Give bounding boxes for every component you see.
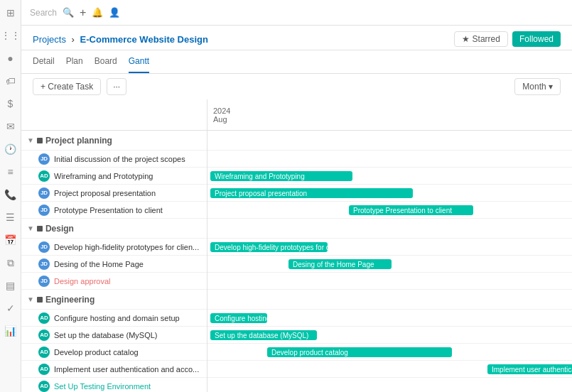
group-dot <box>37 138 43 143</box>
bell-icon[interactable]: 🔔 <box>92 7 103 18</box>
task-name-11: Implement user authentication and acco..… <box>54 365 199 374</box>
task-3[interactable]: JD Project proposal presentation <box>21 185 207 202</box>
group-project-planning[interactable]: ▼ Project planning <box>21 131 207 151</box>
task-name-8: Configure hosting and domain setup <box>54 314 180 322</box>
sidebar-icon-circle[interactable]: ● <box>4 51 18 65</box>
task-7[interactable]: JD Design approval <box>21 273 207 290</box>
page-header: Projects › E-Commerce Website Design ★ S… <box>21 26 572 50</box>
search-area: Search 🔍 + 🔔 👤 <box>30 6 120 19</box>
task-11[interactable]: AD Implement user authentication and acc… <box>21 361 207 378</box>
group-label: Project planning <box>45 136 112 146</box>
gantt-bar-6[interactable]: Desing of the Home Page <box>288 259 392 269</box>
gantt-bar-5[interactable]: Develop high-fidelity prototypes for cli… <box>210 242 328 252</box>
month-button[interactable]: Month ▾ <box>514 78 561 95</box>
gantt-bar-10[interactable]: Develop product catalog <box>267 347 452 357</box>
sidebar-icon-chart[interactable]: 📊 <box>4 324 18 338</box>
bar-label-2: Wireframing and Prototyping <box>215 173 305 180</box>
gantt-bar-8[interactable]: Configure hosting and d... <box>210 313 267 323</box>
topbar: Search 🔍 + 🔔 👤 <box>21 0 572 26</box>
bar-label-3: Project proposal presentation <box>215 190 307 197</box>
tl-date-header <box>21 99 207 131</box>
task-12[interactable]: AD Set Up Testing Environment <box>21 378 207 392</box>
breadcrumb-root[interactable]: Projects <box>33 34 66 45</box>
gantt-chart-area: 2024 Aug Wireframing and Prototyping <box>207 99 572 392</box>
search-icon[interactable]: 🔍 <box>63 7 74 18</box>
tab-plan[interactable]: Plan <box>66 50 83 73</box>
collapse-icon: ▼ <box>27 136 34 144</box>
gantt-bar-3[interactable]: Project proposal presentation <box>210 188 413 198</box>
gantt-bar-4[interactable]: Prototype Presentation to client <box>349 205 473 215</box>
bar-row-10[interactable]: Develop product catalog <box>207 344 572 361</box>
gantt-bar-2[interactable]: Wireframing and Prototyping <box>210 171 352 181</box>
sidebar-icon-mail[interactable]: ✉ <box>4 119 18 134</box>
task-2[interactable]: AD Wireframing and Prototyping <box>21 168 207 185</box>
task-4[interactable]: JD Prototype Presentation to client <box>21 202 207 219</box>
starred-button[interactable]: ★ Starred <box>454 31 508 47</box>
sidebar-icon-check[interactable]: ✓ <box>4 301 18 315</box>
star-icon: ★ <box>462 34 470 44</box>
gantt-bar-9[interactable]: Set up the database (MySQL) <box>210 330 317 340</box>
collapse-icon-design: ▼ <box>27 224 34 232</box>
bar-label-10: Develop product catalog <box>271 349 348 356</box>
tab-board[interactable]: Board <box>95 50 117 73</box>
group-dot-eng <box>37 297 43 303</box>
sidebar-icon-calendar[interactable]: 📅 <box>4 233 18 247</box>
task-8[interactable]: AD Configure hosting and domain setup <box>21 310 207 327</box>
bar-row-9[interactable]: Set up the database (MySQL) <box>207 327 572 344</box>
avatar-11: AD <box>38 364 50 375</box>
avatar-7: JD <box>38 276 50 287</box>
sidebar-icon-apps[interactable]: ⋮⋮ <box>4 28 18 43</box>
bar-row-8[interactable]: Configure hosting and d... <box>207 310 572 327</box>
task-name-10: Develop product catalog <box>54 348 139 356</box>
bar-group-row-planning <box>207 131 572 151</box>
sidebar-icon-phone[interactable]: 📞 <box>4 187 18 202</box>
sidebar-icon-dollar[interactable]: $ <box>4 97 18 111</box>
task-name-2: Wireframing and Prototyping <box>54 172 153 180</box>
search-label: Search <box>30 8 57 18</box>
create-task-button[interactable]: + Create Task <box>33 78 101 95</box>
bar-row-6[interactable]: Desing of the Home Page <box>207 256 572 273</box>
month-label: Month ▾ <box>522 82 553 92</box>
bar-row-3[interactable]: Project proposal presentation <box>207 185 572 202</box>
sidebar-icon-list[interactable]: ≡ <box>4 165 18 179</box>
sidebar-icon-layers[interactable]: ⧉ <box>4 256 18 270</box>
gantt-bar-11[interactable]: Implement user authentication and accoun… <box>487 364 572 374</box>
more-button[interactable]: ··· <box>107 78 126 95</box>
group-label-design: Design <box>45 224 74 234</box>
group-label-eng: Engineering <box>45 295 95 305</box>
task-name-9: Set up the database (MySQL) <box>54 331 158 339</box>
task-6[interactable]: JD Desing of the Home Page <box>21 256 207 273</box>
toolbar-left: + Create Task ··· <box>33 78 126 95</box>
group-dot-design <box>37 226 43 232</box>
bar-label-9: Set up the database (MySQL) <box>215 332 308 339</box>
sidebar-icon-tag[interactable]: 🏷 <box>4 74 18 88</box>
group-engineering[interactable]: ▼ Engineering <box>21 290 207 310</box>
sidebar-icon-list2[interactable]: ▤ <box>4 278 18 293</box>
bar-row-2[interactable]: Wireframing and Prototyping <box>207 168 572 185</box>
bar-row-4[interactable]: Prototype Presentation to client <box>207 202 572 219</box>
bar-row-11[interactable]: Implement user authentication and accoun… <box>207 361 572 378</box>
toolbar: + Create Task ··· Month ▾ <box>21 74 572 99</box>
bar-label-5: Develop high-fidelity prototypes for cli… <box>215 244 328 251</box>
followed-button[interactable]: Followed <box>512 31 561 47</box>
group-design[interactable]: ▼ Design <box>21 219 207 239</box>
tab-detail[interactable]: Detail <box>33 50 55 73</box>
task-5[interactable]: JD Develop high-fidelity prototypes for … <box>21 239 207 256</box>
avatar-10: AD <box>38 347 50 358</box>
sidebar-icon-clock[interactable]: 🕐 <box>4 142 18 156</box>
task-name-1: Initial discussion of the project scopes <box>54 155 185 163</box>
sidebar: ⊞ ⋮⋮ ● 🏷 $ ✉ 🕐 ≡ 📞 ☰ 📅 ⧉ ▤ ✓ 📊 <box>0 0 21 392</box>
add-icon[interactable]: + <box>80 6 86 19</box>
user-icon[interactable]: 👤 <box>109 7 120 18</box>
header-buttons: ★ Starred Followed <box>454 31 561 47</box>
tab-gantt[interactable]: Gantt <box>129 50 149 73</box>
bar-row-12 <box>207 378 572 392</box>
sidebar-icon-grid[interactable]: ⊞ <box>4 6 18 20</box>
task-1[interactable]: JD Initial discussion of the project sco… <box>21 151 207 168</box>
task-10[interactable]: AD Develop product catalog <box>21 344 207 361</box>
bar-row-5[interactable]: Develop high-fidelity prototypes for cli… <box>207 239 572 256</box>
sidebar-icon-menu[interactable]: ☰ <box>4 210 18 224</box>
create-task-label: + Create Task <box>41 82 93 92</box>
task-9[interactable]: AD Set up the database (MySQL) <box>21 327 207 344</box>
bar-row-7[interactable] <box>207 273 572 290</box>
